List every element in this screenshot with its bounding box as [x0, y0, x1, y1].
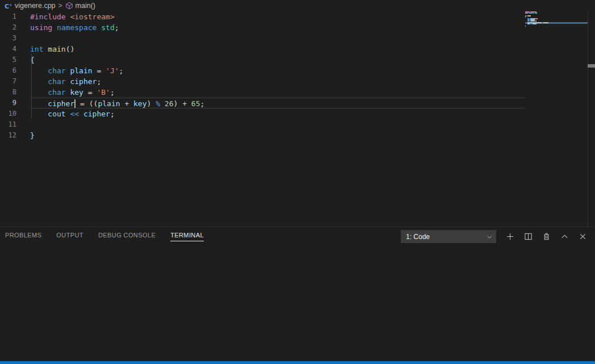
maximize-panel-chevron-up-icon[interactable]	[560, 232, 569, 241]
code-token: ;	[119, 66, 124, 75]
vscode-window: C + vigenere.cpp > main() 1#include <ios…	[0, 0, 595, 364]
code-token: key	[133, 99, 146, 108]
breadcrumb-file[interactable]: vigenere.cpp	[15, 2, 56, 10]
code-line[interactable]: 5{	[0, 55, 525, 65]
close-panel-icon[interactable]	[578, 232, 587, 241]
code-line[interactable]: 12}	[0, 130, 525, 141]
code-line[interactable]: 4int main()	[0, 44, 525, 55]
code-token	[30, 88, 48, 97]
bottom-panel: PROBLEMSOUTPUTDEBUG CONSOLETERMINAL 1: C…	[0, 227, 595, 361]
code-token: ;	[97, 77, 101, 86]
panel-tab-terminal[interactable]: TERMINAL	[170, 232, 204, 241]
code-token: ()	[66, 45, 75, 53]
minimap-token	[525, 26, 526, 27]
code-token: +	[120, 99, 133, 108]
code-token: 26	[165, 99, 174, 108]
code-line-content	[30, 33, 525, 44]
minimap[interactable]	[525, 11, 588, 227]
code-line[interactable]: 3	[0, 33, 525, 44]
code-token: namespace	[57, 23, 97, 32]
line-number[interactable]: 7	[0, 76, 16, 87]
minimap-token	[529, 12, 534, 14]
code-token: ) +	[174, 99, 191, 108]
breadcrumb-symbol[interactable]: main()	[76, 2, 95, 10]
line-number[interactable]: 4	[0, 44, 16, 55]
code-line-content: #include <iostream>	[30, 11, 525, 22]
code-line-content: char key = 'B';	[30, 87, 525, 98]
code-line[interactable]: 10 cout << cipher;	[0, 108, 525, 119]
code-token: <iostream>	[70, 12, 114, 21]
minimap-token	[537, 18, 538, 19]
code-token: #include	[30, 12, 66, 21]
line-number[interactable]: 6	[0, 65, 16, 76]
line-number[interactable]: 12	[0, 130, 16, 141]
line-number[interactable]: 9	[0, 98, 16, 108]
code-token: =	[93, 66, 106, 75]
line-number[interactable]: 1	[0, 11, 16, 22]
panel-tab-output[interactable]: OUTPUT	[56, 232, 83, 241]
code-line[interactable]: 1#include <iostream>	[0, 11, 525, 22]
code-line-content: {	[30, 55, 525, 65]
panel-actions: 1: Code	[401, 230, 587, 243]
terminal-selector-value: 1: Code	[406, 233, 430, 241]
code-token: char	[48, 88, 65, 97]
panel-tab-debug-console[interactable]: DEBUG CONSOLE	[98, 232, 156, 241]
code-line[interactable]: 9 cipher = ((plain + key) % 26) + 65;	[0, 98, 525, 108]
code-line-content: cout << cipher;	[30, 108, 525, 119]
split-terminal-icon[interactable]	[523, 232, 533, 241]
new-terminal-icon[interactable]	[505, 232, 514, 241]
line-number[interactable]: 8	[0, 87, 16, 98]
code-line[interactable]: 6 char plain = 'J';	[0, 65, 525, 76]
line-number[interactable]: 5	[0, 55, 16, 65]
code-token: 65	[191, 99, 200, 108]
code-token: cout	[48, 110, 65, 118]
code-token: ;	[110, 88, 115, 97]
line-number[interactable]: 10	[0, 108, 16, 119]
code-line-content: using namespace std;	[30, 22, 525, 33]
code-line[interactable]: 7 char cipher;	[0, 76, 525, 87]
line-number[interactable]: 2	[0, 22, 16, 33]
code-line-content: cipher = ((plain + key) % 26) + 65;	[30, 98, 525, 108]
code-token: int	[30, 45, 43, 53]
svg-text:C: C	[5, 2, 9, 10]
panel-header: PROBLEMSOUTPUTDEBUG CONSOLETERMINAL 1: C…	[0, 227, 595, 246]
code-token: plain	[70, 66, 92, 75]
code-token: using	[30, 23, 52, 32]
code-token	[160, 99, 165, 108]
overview-ruler-border	[588, 11, 588, 227]
code-token: ;	[115, 23, 119, 32]
code-token: = ((	[76, 99, 98, 108]
code-token	[30, 66, 48, 75]
code-token: cipher	[48, 99, 74, 108]
code-token: 'J'	[106, 66, 119, 75]
panel-tab-problems[interactable]: PROBLEMS	[5, 232, 41, 241]
minimap-token	[548, 22, 548, 23]
minimap-line	[525, 26, 588, 27]
code-line[interactable]: 11	[0, 119, 525, 130]
cpp-file-icon: C +	[4, 2, 12, 10]
code-line-content: char plain = 'J';	[30, 65, 525, 76]
code-token: char	[48, 66, 65, 75]
code-line-content: char cipher;	[30, 76, 525, 87]
code-token: ;	[110, 110, 115, 118]
overview-ruler-marker	[588, 64, 595, 68]
indent-guide	[31, 54, 32, 119]
breadcrumb: C + vigenere.cpp > main()	[0, 0, 595, 11]
svg-text:+: +	[9, 2, 12, 7]
code-editor[interactable]: 1#include <iostream>2using namespace std…	[0, 11, 525, 227]
breadcrumb-separator: >	[58, 2, 62, 10]
code-line-content: int main()	[30, 44, 525, 55]
kill-terminal-trash-icon[interactable]	[542, 232, 551, 241]
line-number[interactable]: 11	[0, 119, 16, 130]
code-line[interactable]: 8 char key = 'B';	[0, 87, 525, 98]
code-token: cipher	[83, 110, 110, 118]
code-line-content: }	[30, 130, 525, 141]
code-line-content	[30, 119, 525, 130]
terminal-selector-dropdown[interactable]: 1: Code	[401, 230, 496, 243]
panel-tabs: PROBLEMSOUTPUTDEBUG CONSOLETERMINAL	[5, 232, 219, 241]
code-line[interactable]: 2using namespace std;	[0, 22, 525, 33]
code-token	[52, 23, 57, 32]
code-token: <<	[70, 110, 79, 118]
code-token	[30, 77, 48, 86]
line-number[interactable]: 3	[0, 33, 16, 44]
